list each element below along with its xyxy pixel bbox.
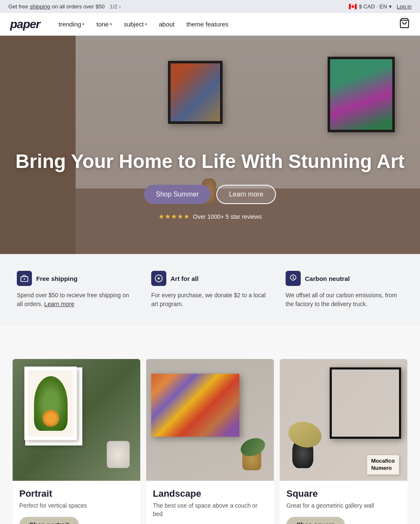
shop-portrait-button[interactable]: Shop portrait (19, 517, 79, 524)
landscape-desc: The best use of space above a couch or b… (153, 502, 267, 518)
hero-buttons: Shop Summer Learn more (0, 185, 420, 204)
hero-content: Bring Your Home to Life With Stunning Ar… (0, 150, 420, 220)
portrait-title: Portrait (19, 488, 134, 499)
portrait-image (13, 359, 140, 481)
landscape-title: Landscape (153, 488, 267, 499)
portrait-desc: Perfect for vertical spaces (19, 502, 134, 510)
flag-icon: 🇨🇦 (349, 3, 357, 10)
announcement-prefix: Get free (8, 3, 28, 10)
announcement-right: 🇨🇦 $ CAD · EN ▾ Log in (349, 3, 412, 10)
portrait-info: Portrait Perfect for vertical spaces Sho… (13, 481, 140, 524)
announcement-suffix: on all orders over $50 (52, 3, 105, 10)
chevron-down-icon: ▾ (110, 22, 112, 26)
nav-item-subject[interactable]: subject ▾ (119, 17, 152, 31)
announcement-bar: Get free shipping on all orders over $50… (0, 0, 420, 13)
carbon-icon (286, 271, 301, 286)
main-nav: trending ▾ tone ▾ subject ▾ about theme … (53, 17, 399, 31)
square-desc: Great for a geometiric gallery wall (286, 502, 401, 510)
nav-item-trending[interactable]: trending ▾ (53, 17, 89, 31)
product-card-portrait: Portrait Perfect for vertical spaces Sho… (13, 359, 140, 524)
login-link[interactable]: Log in (397, 3, 412, 10)
nav-item-about[interactable]: about (154, 17, 180, 31)
logo[interactable]: paper (10, 18, 40, 31)
product-card-landscape: Landscape The best use of space above a … (146, 359, 274, 524)
products-section: Portrait Perfect for vertical spaces Sho… (0, 338, 420, 524)
chevron-down-icon: ▾ (145, 22, 147, 26)
nav-item-theme-features[interactable]: theme features (181, 17, 234, 31)
benefit-art: Art for all For every purchase, we donat… (151, 271, 269, 309)
shipping-desc: Spend over $50 to recieve free shipping … (17, 291, 134, 309)
header: paper trending ▾ tone ▾ subject ▾ about … (0, 13, 420, 36)
products-grid: Portrait Perfect for vertical spaces Sho… (13, 359, 407, 524)
landscape-image (146, 359, 274, 481)
square-image: MocaficoNumero (280, 359, 407, 481)
pagination-arrow[interactable]: › (119, 3, 121, 10)
star-rating-icon: ★★★★★ (158, 212, 190, 220)
currency-chevron-icon: ▾ (389, 3, 392, 10)
shipping-icon (17, 271, 32, 286)
learn-more-button[interactable]: Learn more (216, 185, 276, 204)
product-card-square: MocaficoNumero Square Great for a geomet… (280, 359, 407, 524)
shop-summer-button[interactable]: Shop Summer (144, 185, 210, 204)
square-title: Square (286, 488, 401, 499)
square-info: Square Great for a geometiric gallery wa… (280, 481, 407, 524)
hero-section: Bring Your Home to Life With Stunning Ar… (0, 36, 420, 254)
landscape-info: Landscape The best use of space above a … (146, 481, 274, 524)
announcement-pagination[interactable]: 1/2 › (110, 3, 121, 10)
announcement-text: Get free shipping on all orders over $50… (8, 3, 121, 10)
cart-button[interactable] (399, 18, 410, 31)
nav-item-tone[interactable]: tone ▾ (91, 17, 117, 31)
benefits-section: Free shipping Spend over $50 to recieve … (0, 254, 420, 325)
hero-overlay (0, 36, 420, 254)
hero-reviews: ★★★★★ Over 1000+ 5 star reviews (0, 212, 420, 220)
shipping-link[interactable]: shipping (30, 3, 50, 10)
art-icon (151, 271, 166, 286)
benefit-shipping: Free shipping Spend over $50 to recieve … (17, 271, 134, 309)
portrait-artwork (13, 359, 140, 481)
hero-title: Bring Your Home to Life With Stunning Ar… (0, 150, 420, 173)
shop-square-button[interactable]: Shop square (286, 517, 345, 524)
shipping-learn-more-link[interactable]: Learn more (44, 301, 74, 307)
benefit-carbon: Carbon neutral We offset all of our carb… (286, 271, 403, 309)
carbon-desc: We offset all of our carbon emissions, f… (286, 291, 403, 309)
currency-selector[interactable]: 🇨🇦 $ CAD · EN ▾ (349, 3, 391, 10)
art-desc: For every purchase, we donate $2 to a lo… (151, 291, 269, 309)
chevron-down-icon: ▾ (82, 22, 84, 26)
section-spacer (0, 325, 420, 338)
